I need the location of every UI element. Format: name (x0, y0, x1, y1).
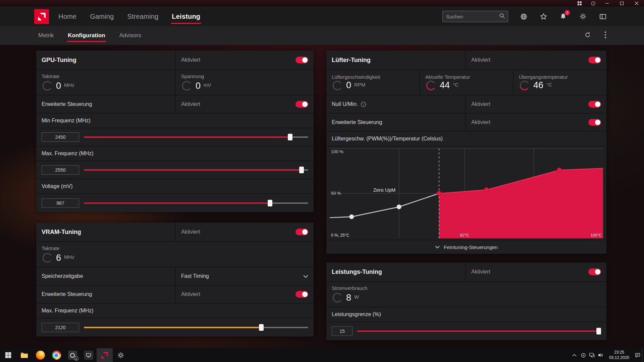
power-limit-value-box[interactable]: 15 (332, 326, 353, 336)
svg-text:?: ? (363, 102, 364, 106)
stat-label: Spannung (181, 73, 204, 79)
enabled-label: Aktiviert (181, 101, 200, 107)
stat-value: 0 (56, 81, 61, 91)
gpu-tuning-toggle[interactable] (296, 57, 308, 63)
memory-timing-value: Fast Timing (181, 273, 209, 279)
content-area: GPU-Tuning Aktiviert Taktrate 0 (0, 45, 644, 348)
firefox-icon[interactable] (32, 348, 48, 362)
overlay-grid-icon[interactable] (573, 0, 586, 7)
nav-streaming[interactable]: Streaming (127, 13, 158, 20)
slider-label: Leistungsgrenze (%) (332, 311, 381, 317)
slider-handle[interactable] (268, 200, 272, 206)
stat-value: 0 (196, 81, 201, 91)
settings-taskbar-icon[interactable] (113, 348, 129, 362)
chrome-icon[interactable] (48, 348, 64, 362)
app-badge: 1 (74, 356, 78, 361)
slider-handle[interactable] (596, 328, 601, 335)
gauge-icon (519, 80, 530, 91)
power-limit-slider[interactable] (357, 327, 601, 335)
max-frequency-slider[interactable] (84, 166, 308, 174)
gpu-advanced-toggle[interactable] (296, 101, 308, 108)
bell-icon[interactable]: 2 (559, 12, 568, 21)
fan-tuning-toggle[interactable] (588, 57, 601, 63)
min-frequency-slider[interactable] (84, 133, 308, 141)
globe-icon[interactable] (519, 12, 528, 21)
svg-text:Zero UpM: Zero UpM (373, 187, 396, 193)
minimize-button[interactable] (600, 0, 614, 7)
stat-value: 0 (346, 80, 351, 90)
fan-curve-chart[interactable]: 100 %50 %0 %, 25°C62°C100°CZero UpM (330, 146, 603, 240)
nav-gaming[interactable]: Gaming (90, 13, 114, 20)
vram-advanced-toggle[interactable] (296, 291, 308, 298)
action-center-icon[interactable] (633, 348, 642, 362)
power-tuning-toggle[interactable] (588, 268, 601, 275)
enabled-label: Aktiviert (181, 229, 200, 235)
performance-subnav: Metrik Konfiguration Advisors (0, 26, 644, 45)
nav-leistung[interactable]: Leistung (172, 13, 200, 20)
notification-badge: 2 (565, 10, 570, 15)
panel-title: VRAM-Tuning (42, 229, 81, 236)
tray-app-icon[interactable] (579, 348, 588, 362)
tab-konfiguration[interactable]: Konfiguration (68, 32, 105, 39)
layout-panel-icon[interactable] (598, 12, 607, 21)
search-icon[interactable] (499, 13, 505, 20)
fan-curve-title: Lüftergeschw. (PWM(%))/Temperatur (Celsi… (332, 136, 443, 142)
help-titlebar-icon[interactable]: ? (586, 0, 600, 7)
enabled-label: Aktiviert (471, 101, 490, 107)
slider-handle[interactable] (288, 134, 292, 140)
tab-metrik[interactable]: Metrik (38, 32, 54, 39)
app-icon-circle[interactable]: 1 (64, 348, 80, 362)
help-icon[interactable]: ? (361, 102, 366, 107)
fine-tuning-label: Feintuning-Steuerungen (444, 244, 498, 250)
amd-logo[interactable] (34, 9, 49, 24)
radeon-software-icon[interactable] (97, 348, 113, 362)
slider-handle[interactable] (299, 167, 304, 173)
gauge-icon (332, 292, 343, 303)
tray-chevron-up-icon[interactable] (570, 348, 579, 362)
min-frequency-value-box[interactable]: 2450 (42, 132, 79, 142)
max-frequency-value-box[interactable]: 2550 (42, 165, 79, 175)
file-explorer-icon[interactable] (16, 348, 32, 362)
voltage-slider[interactable] (84, 199, 308, 207)
advanced-control-label: Erweiterte Steuerung (42, 101, 92, 107)
zero-rpm-toggle[interactable] (588, 101, 601, 108)
svg-text:62°C: 62°C (460, 233, 469, 238)
memory-timing-dropdown[interactable]: Fast Timing (176, 267, 314, 285)
enabled-label: Aktiviert (471, 269, 490, 275)
taskbar-clock[interactable]: 23:25 03.12.2020 (609, 350, 629, 360)
kebab-menu-icon[interactable] (604, 31, 606, 40)
search-input[interactable] (446, 14, 499, 19)
vram-frequency-value-box[interactable]: 2120 (42, 323, 79, 332)
vram-frequency-slider[interactable] (84, 323, 308, 331)
svg-text:100°C: 100°C (591, 233, 602, 238)
search-box[interactable] (442, 11, 508, 22)
tab-advisors[interactable]: Advisors (119, 32, 141, 39)
stat-label: Stromverbrauch (332, 285, 368, 291)
window-titlebar: ? (0, 0, 644, 7)
voltage-value-box[interactable]: 987 (42, 198, 79, 208)
maximize-button[interactable] (614, 0, 629, 7)
fine-tuning-expander[interactable]: Feintuning-Steuerungen (326, 240, 606, 254)
enabled-label: Aktiviert (181, 291, 200, 297)
app-icon-media[interactable] (80, 348, 97, 362)
slider-handle[interactable] (259, 324, 264, 331)
star-icon[interactable] (539, 12, 548, 21)
svg-text:?: ? (592, 2, 594, 5)
stat-value: 46 (533, 80, 543, 90)
nav-home[interactable]: Home (58, 13, 76, 20)
vram-tuning-toggle[interactable] (296, 229, 308, 235)
stat-label: Taktrate (42, 245, 59, 251)
start-button[interactable] (0, 348, 16, 362)
fan-advanced-toggle[interactable] (588, 119, 601, 126)
stat-value: 44 (440, 80, 450, 90)
close-button[interactable] (629, 0, 644, 7)
zero-rpm-label: Null U/Min. (332, 101, 358, 107)
gear-icon[interactable] (579, 12, 587, 21)
gauge-icon (42, 252, 53, 263)
stat-value: 8 (346, 293, 351, 303)
network-icon[interactable] (588, 348, 596, 362)
reset-icon[interactable] (584, 32, 591, 40)
show-desktop-strip[interactable] (642, 348, 644, 362)
volume-icon[interactable] (596, 348, 605, 362)
power-tuning-panel: Leistungs-Tuning Aktiviert Stromverbrauc… (326, 262, 606, 340)
